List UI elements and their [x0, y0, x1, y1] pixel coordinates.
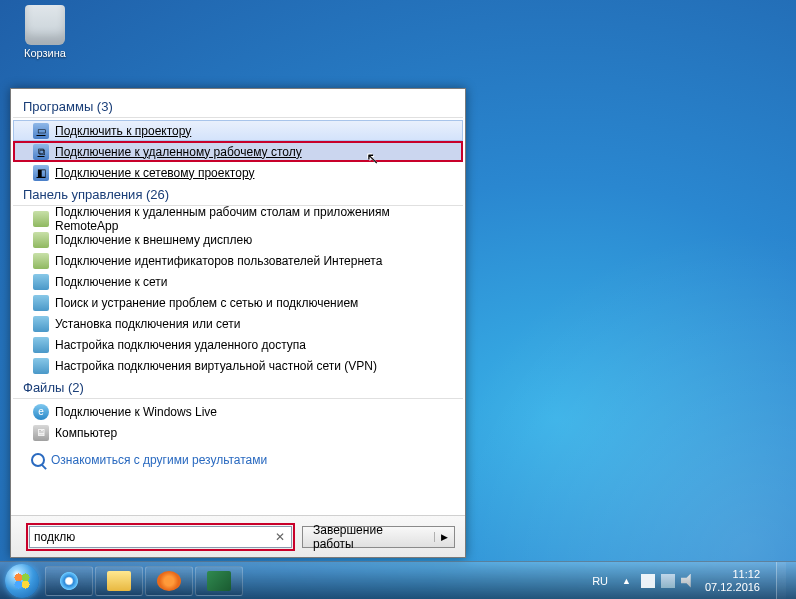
see-more-label: Ознакомиться с другими результатами: [51, 453, 267, 467]
result-vpn[interactable]: Настройка подключения виртуальной частно…: [13, 355, 463, 376]
result-label: Установка подключения или сети: [55, 317, 240, 331]
computer-icon: 🖥: [33, 425, 49, 441]
result-label: Подключение к удаленному рабочему столу: [55, 145, 302, 159]
result-label: Настройка подключения удаленного доступа: [55, 338, 306, 352]
clear-search-icon[interactable]: ✕: [272, 529, 288, 545]
clock[interactable]: 11:12 07.12.2016: [705, 568, 760, 594]
taskbar-media-player[interactable]: [145, 566, 193, 596]
network-icon: [33, 316, 49, 332]
windows-logo-icon: [5, 564, 39, 598]
shutdown-label: Завершение работы: [303, 523, 434, 551]
clock-time: 11:12: [705, 568, 760, 581]
network-tray-icon[interactable]: [661, 574, 675, 588]
start-menu-footer: ✕ Завершение работы ▶: [11, 515, 465, 557]
show-desktop-button[interactable]: [776, 562, 786, 600]
section-header-programs: Программы (3): [13, 95, 463, 118]
result-label: Подключение к внешнему дисплею: [55, 233, 252, 247]
result-label: Подключения к удаленным рабочим столам и…: [55, 205, 453, 233]
result-label: Подключение к сети: [55, 275, 167, 289]
volume-icon[interactable]: [681, 574, 695, 588]
section-header-files: Файлы (2): [13, 376, 463, 399]
rdp-icon: ⧉: [33, 144, 49, 160]
magnifier-icon: [207, 571, 231, 591]
ie-icon: [57, 571, 81, 591]
result-connect-network[interactable]: Подключение к сети: [13, 271, 463, 292]
projector-icon: ▭: [33, 123, 49, 139]
recycle-bin-label: Корзина: [15, 47, 75, 59]
result-label: Подключение идентификаторов пользователе…: [55, 254, 382, 268]
result-computer[interactable]: 🖥 Компьютер: [13, 422, 463, 443]
system-tray: RU ▲ 11:12 07.12.2016: [588, 562, 796, 600]
result-network-projector[interactable]: ◧ Подключение к сетевому проектору: [13, 162, 463, 183]
search-input[interactable]: [30, 527, 269, 547]
taskbar-magnifier[interactable]: [195, 566, 243, 596]
network-icon: [33, 358, 49, 374]
result-windows-live[interactable]: e Подключение к Windows Live: [13, 401, 463, 422]
recycle-bin-icon: [25, 5, 65, 45]
network-icon: [33, 295, 49, 311]
result-connect-projector[interactable]: ▭ Подключить к проектору: [13, 120, 463, 141]
shutdown-button[interactable]: Завершение работы ▶: [302, 526, 455, 548]
result-label: Компьютер: [55, 426, 117, 440]
taskbar: RU ▲ 11:12 07.12.2016: [0, 561, 796, 599]
taskbar-explorer[interactable]: [95, 566, 143, 596]
search-box[interactable]: ✕: [29, 526, 292, 548]
section-header-control-panel: Панель управления (26): [13, 183, 463, 206]
result-remote-access[interactable]: Настройка подключения удаленного доступа: [13, 334, 463, 355]
start-button[interactable]: [0, 562, 44, 600]
desktop-icon-recycle-bin[interactable]: Корзина: [15, 5, 75, 59]
network-icon: [33, 274, 49, 290]
language-indicator[interactable]: RU: [588, 573, 612, 589]
control-panel-icon: [33, 211, 49, 227]
action-center-icon[interactable]: [641, 574, 655, 588]
result-label: Подключение к Windows Live: [55, 405, 217, 419]
result-remoteapp[interactable]: Подключения к удаленным рабочим столам и…: [13, 208, 463, 229]
network-icon: [33, 337, 49, 353]
clock-date: 07.12.2016: [705, 581, 760, 594]
control-panel-icon: [33, 232, 49, 248]
result-setup-connection[interactable]: Установка подключения или сети: [13, 313, 463, 334]
taskbar-ie[interactable]: [45, 566, 93, 596]
tray-expand-icon[interactable]: ▲: [622, 576, 631, 586]
explorer-icon: [107, 571, 131, 591]
result-label: Подключить к проектору: [55, 124, 191, 138]
control-panel-icon: [33, 253, 49, 269]
shutdown-menu-arrow-icon[interactable]: ▶: [434, 532, 454, 542]
see-more-results[interactable]: Ознакомиться с другими результатами: [13, 443, 463, 475]
result-user-ids[interactable]: Подключение идентификаторов пользователе…: [13, 250, 463, 271]
result-label: Поиск и устранение проблем с сетью и под…: [55, 296, 358, 310]
media-player-icon: [157, 571, 181, 591]
result-label: Настройка подключения виртуальной частно…: [55, 359, 377, 373]
start-menu-search-results: Программы (3) ▭ Подключить к проектору ⧉…: [10, 88, 466, 558]
result-remote-desktop[interactable]: ⧉ Подключение к удаленному рабочему стол…: [13, 141, 463, 162]
network-projector-icon: ◧: [33, 165, 49, 181]
ie-icon: e: [33, 404, 49, 420]
result-label: Подключение к сетевому проектору: [55, 166, 254, 180]
search-icon: [31, 453, 45, 467]
result-troubleshoot-network[interactable]: Поиск и устранение проблем с сетью и под…: [13, 292, 463, 313]
